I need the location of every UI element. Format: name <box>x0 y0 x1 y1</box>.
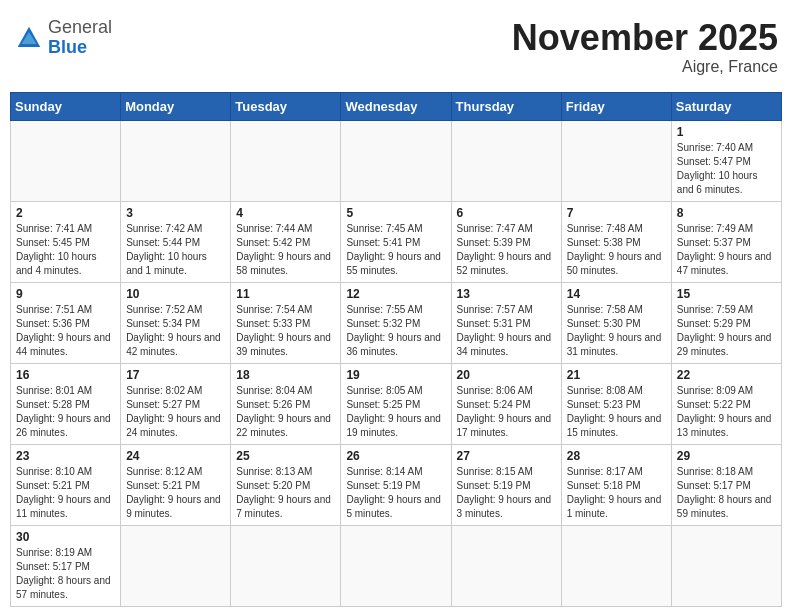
day-info: Sunrise: 7:57 AM Sunset: 5:31 PM Dayligh… <box>457 303 556 359</box>
week-row-6: 30Sunrise: 8:19 AM Sunset: 5:17 PM Dayli… <box>11 525 782 606</box>
day-info: Sunrise: 8:17 AM Sunset: 5:18 PM Dayligh… <box>567 465 666 521</box>
day-number: 16 <box>16 368 115 382</box>
day-info: Sunrise: 7:51 AM Sunset: 5:36 PM Dayligh… <box>16 303 115 359</box>
week-row-4: 16Sunrise: 8:01 AM Sunset: 5:28 PM Dayli… <box>11 363 782 444</box>
calendar-cell: 26Sunrise: 8:14 AM Sunset: 5:19 PM Dayli… <box>341 444 451 525</box>
logo-icon <box>14 23 44 53</box>
day-number: 8 <box>677 206 776 220</box>
calendar-cell: 7Sunrise: 7:48 AM Sunset: 5:38 PM Daylig… <box>561 201 671 282</box>
calendar-cell <box>231 120 341 201</box>
week-row-3: 9Sunrise: 7:51 AM Sunset: 5:36 PM Daylig… <box>11 282 782 363</box>
day-number: 1 <box>677 125 776 139</box>
day-info: Sunrise: 8:06 AM Sunset: 5:24 PM Dayligh… <box>457 384 556 440</box>
calendar-cell: 1Sunrise: 7:40 AM Sunset: 5:47 PM Daylig… <box>671 120 781 201</box>
day-info: Sunrise: 8:14 AM Sunset: 5:19 PM Dayligh… <box>346 465 445 521</box>
week-row-2: 2Sunrise: 7:41 AM Sunset: 5:45 PM Daylig… <box>11 201 782 282</box>
day-number: 19 <box>346 368 445 382</box>
day-number: 15 <box>677 287 776 301</box>
day-number: 29 <box>677 449 776 463</box>
calendar-cell <box>341 525 451 606</box>
calendar-cell: 29Sunrise: 8:18 AM Sunset: 5:17 PM Dayli… <box>671 444 781 525</box>
calendar-cell: 12Sunrise: 7:55 AM Sunset: 5:32 PM Dayli… <box>341 282 451 363</box>
day-number: 11 <box>236 287 335 301</box>
day-info: Sunrise: 7:54 AM Sunset: 5:33 PM Dayligh… <box>236 303 335 359</box>
day-info: Sunrise: 8:01 AM Sunset: 5:28 PM Dayligh… <box>16 384 115 440</box>
day-info: Sunrise: 8:13 AM Sunset: 5:20 PM Dayligh… <box>236 465 335 521</box>
calendar-cell: 13Sunrise: 7:57 AM Sunset: 5:31 PM Dayli… <box>451 282 561 363</box>
day-info: Sunrise: 7:47 AM Sunset: 5:39 PM Dayligh… <box>457 222 556 278</box>
day-number: 4 <box>236 206 335 220</box>
day-number: 20 <box>457 368 556 382</box>
calendar-cell <box>671 525 781 606</box>
calendar-cell <box>451 120 561 201</box>
day-number: 25 <box>236 449 335 463</box>
day-number: 18 <box>236 368 335 382</box>
day-info: Sunrise: 8:02 AM Sunset: 5:27 PM Dayligh… <box>126 384 225 440</box>
calendar-cell: 21Sunrise: 8:08 AM Sunset: 5:23 PM Dayli… <box>561 363 671 444</box>
day-number: 30 <box>16 530 115 544</box>
logo-text: General Blue <box>48 18 112 58</box>
day-info: Sunrise: 7:49 AM Sunset: 5:37 PM Dayligh… <box>677 222 776 278</box>
day-info: Sunrise: 7:55 AM Sunset: 5:32 PM Dayligh… <box>346 303 445 359</box>
day-info: Sunrise: 8:19 AM Sunset: 5:17 PM Dayligh… <box>16 546 115 602</box>
day-number: 14 <box>567 287 666 301</box>
day-info: Sunrise: 8:05 AM Sunset: 5:25 PM Dayligh… <box>346 384 445 440</box>
calendar-cell: 15Sunrise: 7:59 AM Sunset: 5:29 PM Dayli… <box>671 282 781 363</box>
day-number: 5 <box>346 206 445 220</box>
weekday-header-monday: Monday <box>121 92 231 120</box>
page-header: General Blue November 2025 Aigre, France <box>10 10 782 84</box>
calendar-cell: 3Sunrise: 7:42 AM Sunset: 5:44 PM Daylig… <box>121 201 231 282</box>
day-info: Sunrise: 7:52 AM Sunset: 5:34 PM Dayligh… <box>126 303 225 359</box>
weekday-header-wednesday: Wednesday <box>341 92 451 120</box>
week-row-1: 1Sunrise: 7:40 AM Sunset: 5:47 PM Daylig… <box>11 120 782 201</box>
weekday-header-sunday: Sunday <box>11 92 121 120</box>
weekday-header-saturday: Saturday <box>671 92 781 120</box>
month-title: November 2025 <box>512 18 778 58</box>
calendar-cell: 24Sunrise: 8:12 AM Sunset: 5:21 PM Dayli… <box>121 444 231 525</box>
calendar-cell: 17Sunrise: 8:02 AM Sunset: 5:27 PM Dayli… <box>121 363 231 444</box>
day-number: 7 <box>567 206 666 220</box>
week-row-5: 23Sunrise: 8:10 AM Sunset: 5:21 PM Dayli… <box>11 444 782 525</box>
calendar-cell: 20Sunrise: 8:06 AM Sunset: 5:24 PM Dayli… <box>451 363 561 444</box>
day-info: Sunrise: 8:18 AM Sunset: 5:17 PM Dayligh… <box>677 465 776 521</box>
day-info: Sunrise: 7:48 AM Sunset: 5:38 PM Dayligh… <box>567 222 666 278</box>
calendar-cell: 5Sunrise: 7:45 AM Sunset: 5:41 PM Daylig… <box>341 201 451 282</box>
day-info: Sunrise: 8:09 AM Sunset: 5:22 PM Dayligh… <box>677 384 776 440</box>
calendar-cell: 18Sunrise: 8:04 AM Sunset: 5:26 PM Dayli… <box>231 363 341 444</box>
day-number: 23 <box>16 449 115 463</box>
calendar-cell <box>561 525 671 606</box>
day-number: 21 <box>567 368 666 382</box>
calendar-cell: 27Sunrise: 8:15 AM Sunset: 5:19 PM Dayli… <box>451 444 561 525</box>
calendar-cell: 19Sunrise: 8:05 AM Sunset: 5:25 PM Dayli… <box>341 363 451 444</box>
day-number: 2 <box>16 206 115 220</box>
calendar-cell <box>341 120 451 201</box>
calendar-cell: 10Sunrise: 7:52 AM Sunset: 5:34 PM Dayli… <box>121 282 231 363</box>
day-info: Sunrise: 7:58 AM Sunset: 5:30 PM Dayligh… <box>567 303 666 359</box>
calendar-cell: 2Sunrise: 7:41 AM Sunset: 5:45 PM Daylig… <box>11 201 121 282</box>
weekday-header-friday: Friday <box>561 92 671 120</box>
calendar-cell: 11Sunrise: 7:54 AM Sunset: 5:33 PM Dayli… <box>231 282 341 363</box>
calendar-cell: 22Sunrise: 8:09 AM Sunset: 5:22 PM Dayli… <box>671 363 781 444</box>
day-info: Sunrise: 7:59 AM Sunset: 5:29 PM Dayligh… <box>677 303 776 359</box>
day-number: 26 <box>346 449 445 463</box>
title-block: November 2025 Aigre, France <box>512 18 778 76</box>
calendar-table: SundayMondayTuesdayWednesdayThursdayFrid… <box>10 92 782 607</box>
location: Aigre, France <box>512 58 778 76</box>
calendar-cell <box>231 525 341 606</box>
calendar-cell <box>121 525 231 606</box>
weekday-header-thursday: Thursday <box>451 92 561 120</box>
calendar-cell: 30Sunrise: 8:19 AM Sunset: 5:17 PM Dayli… <box>11 525 121 606</box>
day-info: Sunrise: 8:08 AM Sunset: 5:23 PM Dayligh… <box>567 384 666 440</box>
calendar-cell <box>121 120 231 201</box>
day-info: Sunrise: 8:12 AM Sunset: 5:21 PM Dayligh… <box>126 465 225 521</box>
calendar-cell <box>11 120 121 201</box>
logo-blue: Blue <box>48 37 87 57</box>
calendar-cell: 28Sunrise: 8:17 AM Sunset: 5:18 PM Dayli… <box>561 444 671 525</box>
logo: General Blue <box>14 18 112 58</box>
logo-general: General <box>48 17 112 37</box>
calendar-cell: 4Sunrise: 7:44 AM Sunset: 5:42 PM Daylig… <box>231 201 341 282</box>
calendar-cell <box>451 525 561 606</box>
day-number: 28 <box>567 449 666 463</box>
calendar-cell: 14Sunrise: 7:58 AM Sunset: 5:30 PM Dayli… <box>561 282 671 363</box>
weekday-header-row: SundayMondayTuesdayWednesdayThursdayFrid… <box>11 92 782 120</box>
